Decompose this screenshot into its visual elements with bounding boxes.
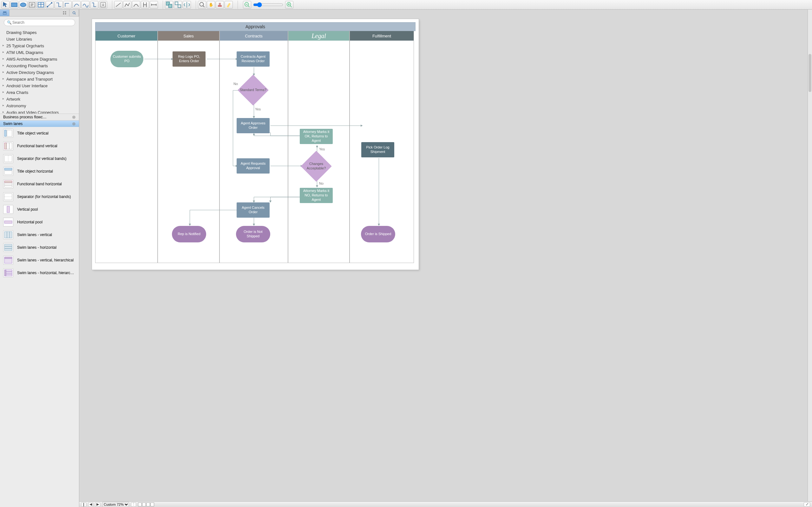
dimension-tool[interactable] bbox=[150, 1, 158, 9]
line-tool[interactable] bbox=[114, 1, 122, 9]
shape-item[interactable]: Title object vertical bbox=[0, 127, 79, 139]
right-angle[interactable] bbox=[63, 1, 72, 9]
rect-tool[interactable] bbox=[10, 1, 18, 9]
node-agent-requests[interactable]: Agent Requests Approval bbox=[237, 158, 270, 174]
polyline-tool[interactable] bbox=[123, 1, 131, 9]
sidebar-tab-grid[interactable] bbox=[60, 9, 69, 16]
vertical-scrollbar[interactable] bbox=[808, 9, 812, 501]
page-thumbnails[interactable] bbox=[138, 503, 154, 506]
tree-item[interactable]: Aerospace and Transport bbox=[2, 76, 79, 82]
tree-item[interactable]: AWS Architecture Diagrams bbox=[2, 56, 79, 62]
zoom-in-button[interactable] bbox=[285, 1, 293, 9]
ellipse-tool[interactable] bbox=[19, 1, 27, 9]
tree-item[interactable]: Area Charts bbox=[2, 89, 79, 96]
library-tab-business[interactable]: Business process flowc… ⊗ bbox=[0, 114, 79, 120]
scrollbar-thumb[interactable] bbox=[809, 54, 811, 92]
shape-item[interactable]: Horizontal pool bbox=[0, 216, 79, 228]
group-tool[interactable] bbox=[165, 1, 173, 9]
tree-item[interactable]: ATM UML Diagrams bbox=[2, 49, 79, 56]
node-pick-order[interactable]: Pick Order Log Shipment bbox=[361, 142, 394, 157]
bracket-tool[interactable] bbox=[141, 1, 149, 9]
svg-rect-39 bbox=[9, 232, 12, 238]
curved-connector[interactable] bbox=[72, 1, 80, 9]
zoom-stepper[interactable]: ⋮ bbox=[131, 502, 136, 507]
node-attorney-ok[interactable]: Attorney Marks it OK, Returns to Agent bbox=[300, 129, 333, 144]
ungroup-tool[interactable] bbox=[174, 1, 182, 9]
node-review[interactable]: Contracts Agent Reviews Order bbox=[237, 51, 270, 67]
tree-item[interactable]: Android User Interface bbox=[2, 82, 79, 89]
node-rep-notified[interactable]: Rep is Notified bbox=[172, 226, 206, 242]
status-prev[interactable]: ◀ bbox=[88, 502, 93, 507]
connector-tool[interactable] bbox=[46, 1, 54, 9]
pool-title[interactable]: Approvals bbox=[95, 22, 416, 31]
search-input[interactable] bbox=[4, 19, 75, 26]
zoom-select[interactable]: Custom 72% bbox=[102, 502, 129, 507]
close-icon[interactable]: ⊗ bbox=[72, 115, 76, 120]
shape-item[interactable]: Swim lanes - horizontal, hierarc… bbox=[0, 267, 79, 279]
stamp-tool[interactable] bbox=[216, 1, 224, 9]
sidebar-tab-search[interactable] bbox=[69, 9, 79, 16]
app: ✋ 🔍 Drawing Shapes User Librari bbox=[0, 0, 812, 507]
curve-tool[interactable] bbox=[132, 1, 140, 9]
separator bbox=[109, 1, 112, 9]
lane-header[interactable]: Customer bbox=[96, 31, 157, 41]
swimlane-pool[interactable]: Approvals Customer Sales Contracts Legal… bbox=[95, 22, 416, 263]
tree-item[interactable]: User Libraries bbox=[2, 36, 79, 43]
export-diagram[interactable] bbox=[99, 1, 107, 9]
lane-header[interactable]: Contracts bbox=[220, 31, 288, 41]
node-not-shipped[interactable]: Order is Not Shipped bbox=[236, 226, 270, 242]
orthogonal-connector[interactable] bbox=[90, 1, 98, 9]
canvas[interactable]: Approvals Customer Sales Contracts Legal… bbox=[79, 9, 812, 507]
table-tool[interactable] bbox=[37, 1, 45, 9]
lane-header[interactable]: Sales bbox=[158, 31, 219, 41]
svg-rect-21 bbox=[65, 13, 66, 14]
tree-item[interactable]: Audio and Video Connectors bbox=[2, 109, 79, 114]
zoom-slider[interactable] bbox=[253, 2, 283, 7]
node-standard-terms[interactable]: Standard Terms? bbox=[238, 75, 268, 105]
tree-item[interactable]: Accounting Flowcharts bbox=[2, 62, 79, 69]
shape-item[interactable]: Swim lanes - vertical bbox=[0, 228, 79, 241]
highlighter-tool[interactable] bbox=[225, 1, 233, 9]
svg-rect-9 bbox=[175, 2, 178, 5]
flip-tool[interactable] bbox=[183, 1, 191, 9]
lane-header[interactable]: Legal bbox=[288, 31, 349, 41]
close-icon[interactable]: ⊗ bbox=[72, 121, 76, 126]
smart-connector[interactable] bbox=[55, 1, 63, 9]
node-attorney-no[interactable]: Attorney Marks it NO, Returns to Agent bbox=[300, 188, 333, 203]
select-tool[interactable] bbox=[1, 1, 9, 9]
shape-item[interactable]: Functional band vertical bbox=[0, 139, 79, 152]
fit-page[interactable]: ⤢ bbox=[804, 502, 810, 507]
hand-tool[interactable]: ✋ bbox=[207, 1, 215, 9]
tree-item[interactable]: Astronomy bbox=[2, 103, 79, 109]
shape-item[interactable]: Functional band horizontal bbox=[0, 178, 79, 190]
svg-rect-36 bbox=[4, 221, 12, 223]
library-tab-swimlanes[interactable]: Swim lanes ⊗ bbox=[0, 120, 79, 127]
svg-rect-51 bbox=[6, 274, 12, 276]
tree-item[interactable]: Drawing Shapes bbox=[2, 29, 79, 36]
shape-item[interactable]: Separator (for vertical bands) bbox=[0, 152, 79, 165]
svg-rect-3 bbox=[38, 2, 44, 7]
node-agent-cancels[interactable]: Agent Cancels Order bbox=[237, 203, 270, 218]
shape-item[interactable]: Vertical pool bbox=[0, 203, 79, 216]
status-pause[interactable]: ‖ bbox=[81, 502, 86, 507]
node-rep-logs[interactable]: Rep Logs PO, Enters Order bbox=[173, 51, 205, 67]
tree-item[interactable]: 25 Typical Orgcharts bbox=[2, 43, 79, 49]
tree-item[interactable]: Artwork bbox=[2, 96, 79, 103]
text-tool[interactable] bbox=[28, 1, 36, 9]
spline-connector[interactable] bbox=[81, 1, 89, 9]
node-changes-acceptable[interactable]: Changes Acceptable? bbox=[301, 151, 331, 181]
status-next[interactable]: ▶ bbox=[95, 502, 100, 507]
node-agent-approves[interactable]: Agent Approves Order bbox=[237, 118, 270, 133]
zoom-tool[interactable] bbox=[198, 1, 206, 9]
sidebar-tab-library[interactable] bbox=[0, 9, 9, 16]
tree-item[interactable]: Active Directory Diagrams bbox=[2, 69, 79, 76]
shape-item[interactable]: Separator (for horizontal bands) bbox=[0, 190, 79, 203]
shape-item[interactable]: Swim lanes - horizontal bbox=[0, 241, 79, 254]
lane-header[interactable]: Fulfillment bbox=[350, 31, 414, 41]
zoom-out-button[interactable] bbox=[243, 1, 251, 9]
node-shipped[interactable]: Order is Shipped bbox=[361, 226, 395, 242]
node-customer-submits[interactable]: Customer submits PO bbox=[110, 51, 143, 67]
shape-item[interactable]: Title object horizontal bbox=[0, 165, 79, 178]
page[interactable]: Approvals Customer Sales Contracts Legal… bbox=[92, 19, 419, 270]
shape-item[interactable]: Swim lanes - vertical, hierarchical bbox=[0, 254, 79, 267]
